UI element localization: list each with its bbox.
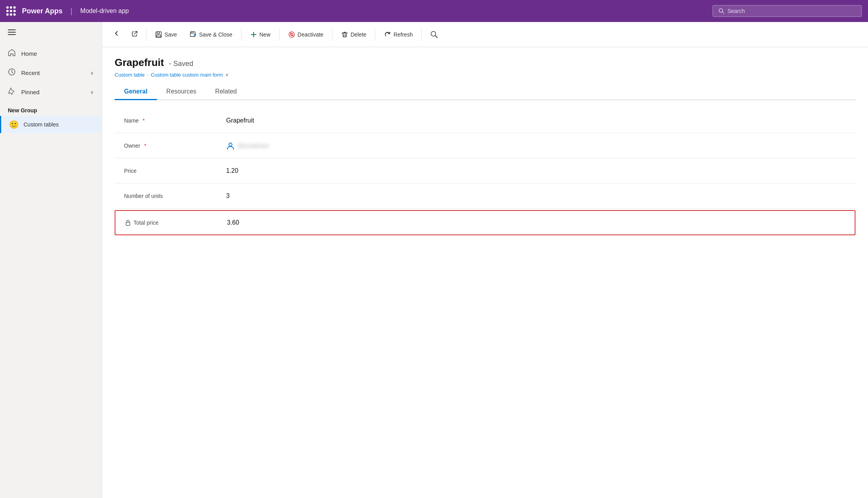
sidebar-item-recent[interactable]: Recent ∨ bbox=[0, 63, 102, 82]
svg-rect-2 bbox=[8, 29, 16, 30]
lock-icon bbox=[125, 220, 131, 226]
svg-rect-8 bbox=[157, 32, 159, 34]
field-row-price: Price 1.20 bbox=[115, 158, 855, 183]
svg-point-17 bbox=[431, 31, 436, 36]
svg-rect-4 bbox=[8, 34, 16, 35]
toolbar-divider-5 bbox=[375, 28, 375, 41]
user-icon bbox=[226, 141, 235, 150]
form-section: Name * Grapefruit Owner * bbox=[115, 108, 855, 235]
record-title: Grapefruit bbox=[115, 57, 164, 68]
content-area: Save Save & Close New bbox=[102, 22, 868, 498]
field-row-name: Name * Grapefruit bbox=[115, 108, 855, 133]
breadcrumb-chevron-icon[interactable]: ∨ bbox=[225, 72, 228, 77]
sidebar-item-recent-label: Recent bbox=[21, 70, 40, 76]
toolbar-divider-3 bbox=[279, 28, 280, 41]
top-bar-divider: | bbox=[70, 7, 72, 16]
field-value-total-price[interactable]: 3.60 bbox=[227, 219, 239, 226]
sidebar-item-pinned[interactable]: Pinned ∨ bbox=[0, 82, 102, 102]
field-label-units: Number of units bbox=[124, 193, 210, 199]
svg-rect-9 bbox=[157, 35, 161, 37]
breadcrumb-table[interactable]: Custom table bbox=[115, 72, 145, 78]
recent-chevron: ∨ bbox=[90, 70, 94, 76]
field-label-name: Name * bbox=[124, 117, 210, 124]
sidebar-item-home[interactable]: Home bbox=[0, 44, 102, 63]
svg-point-19 bbox=[229, 143, 232, 146]
pinned-chevron: ∨ bbox=[90, 90, 94, 95]
custom-tables-label: Custom tables bbox=[24, 121, 58, 128]
delete-icon bbox=[341, 31, 348, 38]
field-value-price[interactable]: 1.20 bbox=[226, 167, 238, 174]
home-icon bbox=[8, 49, 16, 59]
app-type: Model-driven app bbox=[80, 7, 129, 15]
svg-rect-11 bbox=[191, 32, 193, 33]
svg-line-18 bbox=[435, 36, 437, 38]
breadcrumb: Custom table · Custom table custom main … bbox=[115, 72, 855, 78]
main-layout: Home Recent ∨ Pinned ∨ New Group 🙂 bbox=[0, 22, 868, 498]
form-area: Grapefruit - Saved Custom table · Custom… bbox=[102, 47, 868, 498]
save-close-button[interactable]: Save & Close bbox=[184, 28, 238, 41]
field-row-total-price: Total price 3.60 bbox=[115, 210, 855, 235]
deactivate-icon bbox=[288, 31, 295, 38]
field-value-units[interactable]: 3 bbox=[226, 192, 230, 200]
pinned-icon bbox=[8, 87, 16, 97]
save-button[interactable]: Save bbox=[150, 28, 183, 41]
sidebar-group-label: New Group bbox=[0, 102, 102, 116]
breadcrumb-form[interactable]: Custom table custom main form bbox=[151, 72, 223, 78]
svg-line-6 bbox=[134, 31, 137, 34]
field-label-price: Price bbox=[124, 168, 210, 174]
tabs: General Resources Related bbox=[115, 84, 855, 100]
external-link-button[interactable] bbox=[126, 27, 143, 42]
sidebar-item-custom-tables[interactable]: 🙂 Custom tables bbox=[0, 116, 102, 133]
new-icon bbox=[250, 31, 257, 38]
field-label-total-price: Total price bbox=[125, 220, 211, 226]
tab-general[interactable]: General bbox=[115, 84, 157, 100]
tab-related[interactable]: Related bbox=[206, 84, 246, 100]
search-bar[interactable] bbox=[713, 5, 862, 17]
toolbar-divider-6 bbox=[421, 28, 422, 41]
field-value-name[interactable]: Grapefruit bbox=[226, 117, 254, 124]
refresh-icon bbox=[384, 31, 391, 38]
sidebar-item-pinned-label: Pinned bbox=[21, 89, 40, 95]
sidebar: Home Recent ∨ Pinned ∨ New Group 🙂 bbox=[0, 22, 102, 498]
svg-rect-3 bbox=[8, 32, 16, 33]
field-row-units: Number of units 3 bbox=[115, 183, 855, 209]
search-icon bbox=[718, 8, 724, 14]
record-status: - Saved bbox=[169, 60, 193, 68]
tab-resources[interactable]: Resources bbox=[157, 84, 206, 100]
svg-line-1 bbox=[722, 12, 724, 13]
top-bar: Power Apps | Model-driven app bbox=[0, 0, 868, 22]
field-label-owner: Owner * bbox=[124, 143, 210, 149]
toolbar: Save Save & Close New bbox=[102, 22, 868, 47]
toolbar-divider-4 bbox=[332, 28, 333, 41]
field-required-name: * bbox=[143, 117, 144, 124]
apps-launcher[interactable] bbox=[6, 6, 16, 16]
save-icon bbox=[155, 31, 162, 38]
record-header: Grapefruit - Saved bbox=[115, 57, 855, 69]
owner-name: BlurredUser bbox=[238, 142, 269, 149]
refresh-button[interactable]: Refresh bbox=[378, 28, 418, 41]
toolbar-divider-2 bbox=[241, 28, 241, 41]
hamburger-menu[interactable] bbox=[0, 22, 102, 44]
app-name: Power Apps bbox=[22, 7, 62, 15]
custom-tables-icon: 🙂 bbox=[9, 120, 19, 129]
search-toolbar-icon bbox=[430, 31, 438, 38]
field-value-owner[interactable]: BlurredUser bbox=[226, 141, 269, 150]
toolbar-divider-1 bbox=[146, 28, 146, 41]
save-close-icon bbox=[190, 31, 197, 38]
sidebar-item-home-label: Home bbox=[21, 50, 37, 57]
breadcrumb-separator: · bbox=[147, 72, 149, 78]
svg-rect-20 bbox=[126, 222, 130, 225]
back-button[interactable] bbox=[108, 27, 125, 42]
new-button[interactable]: New bbox=[245, 28, 276, 41]
search-input[interactable] bbox=[727, 8, 856, 14]
search-toolbar-button[interactable] bbox=[425, 27, 444, 42]
deactivate-button[interactable]: Deactivate bbox=[283, 28, 329, 41]
delete-button[interactable]: Delete bbox=[336, 28, 372, 41]
field-row-owner: Owner * BlurredUser bbox=[115, 133, 855, 158]
recent-icon bbox=[8, 68, 16, 78]
field-required-owner: * bbox=[144, 143, 146, 149]
